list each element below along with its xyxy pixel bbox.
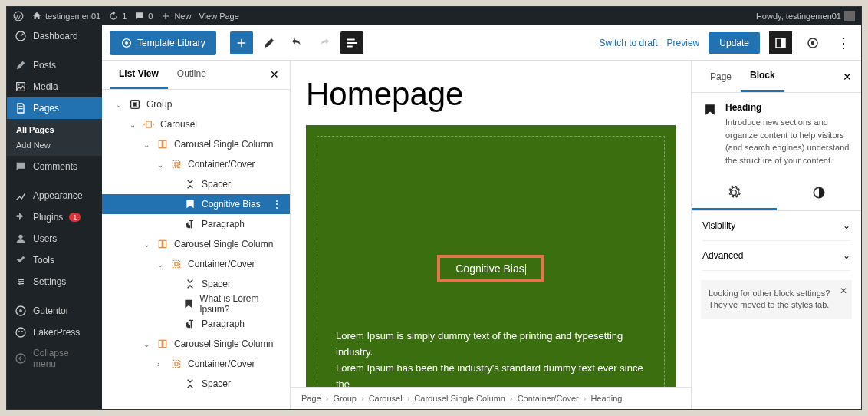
new-link[interactable]: New <box>160 11 191 21</box>
view-page-link[interactable]: View Page <box>199 12 238 21</box>
inspector-tab-page[interactable]: Page <box>701 62 741 91</box>
tree-node-cover[interactable]: ›Container/Cover <box>102 354 290 374</box>
close-inspector-button[interactable]: ✕ <box>843 71 852 83</box>
svg-point-14 <box>125 41 128 45</box>
svg-rect-21 <box>146 121 152 127</box>
sidebar-item-gutentor[interactable]: Gutentor <box>7 300 102 322</box>
heading-block-icon <box>702 102 718 117</box>
sidebar-collapse[interactable]: Collapse menu <box>7 343 102 374</box>
dismiss-tip-button[interactable]: ✕ <box>840 285 847 298</box>
sidebar-item-settings[interactable]: Settings <box>7 271 102 292</box>
tree-node-spacer[interactable]: Spacer <box>102 374 290 394</box>
update-button[interactable]: Update <box>709 32 760 54</box>
paragraph-block[interactable]: Lorem Ipsum is simply dummy text of the … <box>336 329 646 387</box>
sidebar-item-fakerpress[interactable]: FakerPress <box>7 322 102 343</box>
visibility-section[interactable]: Visibility⌄ <box>702 211 850 241</box>
gutentor-icon-button[interactable] <box>801 31 824 54</box>
selected-heading-block[interactable]: Cognitive Bias <box>437 255 544 282</box>
sidebar-item-dashboard[interactable]: Dashboard <box>7 25 102 47</box>
tree-node-spacer[interactable]: Spacer <box>102 174 290 194</box>
list-view-toggle[interactable] <box>340 31 363 54</box>
tab-list-view[interactable]: List View <box>110 61 168 89</box>
breadcrumb-item[interactable]: Carousel <box>369 394 403 403</box>
svg-rect-31 <box>163 340 166 347</box>
tree-node-spacer[interactable]: Spacer <box>102 274 290 294</box>
svg-rect-29 <box>175 262 178 266</box>
redo-button[interactable] <box>313 31 336 54</box>
svg-rect-20 <box>133 102 136 106</box>
refresh-link[interactable]: 1 <box>108 11 127 21</box>
tree-node-heading-selected[interactable]: Cognitive Bias⋮ <box>102 194 290 214</box>
admin-bar: testingemen01 1 0 New View Page Howdy, t… <box>7 7 861 25</box>
submenu-all-pages[interactable]: All Pages <box>7 122 102 137</box>
svg-rect-26 <box>159 240 162 247</box>
more-menu-button[interactable]: ⋮ <box>833 35 853 51</box>
block-inspector: Page Block ✕ Heading Introduce new secti… <box>691 61 861 409</box>
advanced-section[interactable]: Advanced⌄ <box>702 241 850 271</box>
submenu-add-new[interactable]: Add New <box>7 137 102 153</box>
sidebar-item-appearance[interactable]: Appearance <box>7 185 102 206</box>
breadcrumb-item[interactable]: Group <box>333 394 357 403</box>
switch-to-draft-link[interactable]: Switch to draft <box>600 38 658 48</box>
page-title[interactable]: Homepage <box>306 76 676 113</box>
block-breadcrumb: Page› Group› Carousel› Carousel Single C… <box>291 387 691 409</box>
wp-logo-icon[interactable] <box>13 11 24 21</box>
tree-node-paragraph[interactable]: Paragraph <box>102 214 290 234</box>
edit-button[interactable] <box>258 31 281 54</box>
inspector-tab-block[interactable]: Block <box>741 61 784 92</box>
sidebar-item-pages[interactable]: Pages <box>7 97 102 119</box>
svg-rect-27 <box>163 240 166 247</box>
styles-tab[interactable] <box>777 177 862 210</box>
svg-point-10 <box>18 331 20 332</box>
heading-icon <box>182 297 195 311</box>
tree-node-single-column[interactable]: ⌄Carousel Single Column <box>102 334 290 354</box>
editor-toolbar: Template Library Switch to draft Preview… <box>102 25 861 61</box>
svg-rect-22 <box>159 140 162 147</box>
svg-point-8 <box>19 309 22 312</box>
cover-icon <box>169 257 183 271</box>
breadcrumb-item[interactable]: Page <box>301 394 321 403</box>
sidebar-item-plugins[interactable]: Plugins1 <box>7 206 102 228</box>
cover-block[interactable]: Cognitive Bias Lorem Ipsum is simply dum… <box>306 125 676 387</box>
add-block-button[interactable] <box>230 31 253 54</box>
site-name: testingemen01 <box>45 12 100 21</box>
sidebar-item-comments[interactable]: Comments <box>7 156 102 177</box>
tree-node-cover[interactable]: ⌄Container/Cover <box>102 254 290 274</box>
howdy-link[interactable]: Howdy, testingemen01 <box>756 11 855 21</box>
close-list-panel-button[interactable]: ✕ <box>267 61 282 89</box>
styles-tip: Looking for other block settings? They'v… <box>701 280 852 319</box>
tree-node-group[interactable]: ⌄Group <box>102 94 290 114</box>
comments-link[interactable]: 0 <box>134 11 153 21</box>
svg-rect-30 <box>159 340 162 347</box>
sidebar-item-media[interactable]: Media <box>7 76 102 97</box>
svg-rect-24 <box>173 160 179 167</box>
sidebar-item-tools[interactable]: Tools <box>7 249 102 271</box>
undo-button[interactable] <box>285 31 308 54</box>
svg-rect-23 <box>163 140 166 147</box>
breadcrumb-item[interactable]: Heading <box>590 394 622 403</box>
settings-tab[interactable] <box>692 177 777 210</box>
breadcrumb-item[interactable]: Carousel Single Column <box>414 394 505 403</box>
node-options-button[interactable]: ⋮ <box>271 198 282 210</box>
tree-node-paragraph[interactable]: Paragraph <box>102 314 290 334</box>
tree-node-single-column[interactable]: ⌄Carousel Single Column <box>102 134 290 154</box>
svg-point-11 <box>21 331 23 332</box>
tree-node-carousel[interactable]: ⌄Carousel <box>102 114 290 134</box>
template-library-button[interactable]: Template Library <box>110 31 216 55</box>
svg-rect-25 <box>175 163 178 166</box>
site-link[interactable]: testingemen01 <box>31 11 100 21</box>
tree-node-cover[interactable]: ⌄Container/Cover <box>102 154 290 174</box>
sidebar-item-posts[interactable]: Posts <box>7 54 102 76</box>
avatar <box>844 11 855 21</box>
breadcrumb-item[interactable]: Container/Cover <box>518 394 579 403</box>
view-toggle-button[interactable] <box>769 31 792 54</box>
group-icon <box>128 97 142 111</box>
text-cursor <box>525 264 526 275</box>
tab-outline[interactable]: Outline <box>168 61 215 89</box>
sidebar-item-users[interactable]: Users <box>7 228 102 249</box>
tree-node-heading[interactable]: What is Lorem Ipsum? <box>102 294 290 314</box>
tree-node-single-column[interactable]: ⌄Carousel Single Column <box>102 234 290 254</box>
spacer-icon <box>183 377 197 391</box>
preview-link[interactable]: Preview <box>667 38 700 48</box>
svg-point-6 <box>18 282 21 285</box>
